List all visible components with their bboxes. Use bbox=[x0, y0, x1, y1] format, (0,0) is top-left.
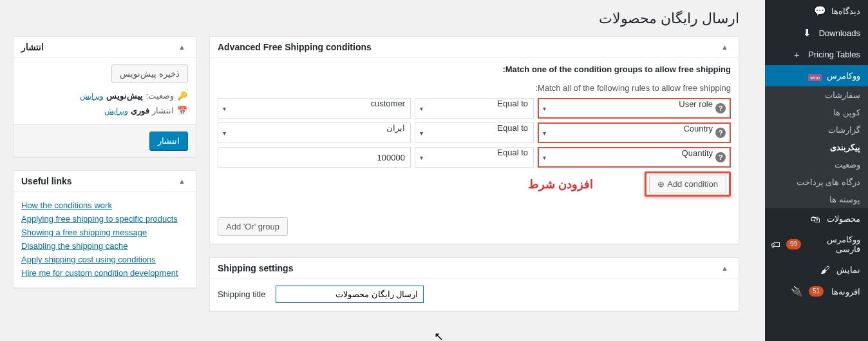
submenu-orders[interactable]: سفارشات bbox=[765, 86, 868, 104]
shipping-title-input[interactable] bbox=[276, 286, 424, 303]
condition-operator-select[interactable]: Equal to bbox=[415, 122, 534, 143]
page-title: ارسال رایگان محصولات bbox=[13, 10, 739, 27]
menu-label: ووکامرس فارسی bbox=[809, 235, 860, 254]
conditions-subtitle: Match one of the condition groups to all… bbox=[218, 64, 731, 74]
edit-status-link[interactable]: ویرایش bbox=[80, 92, 104, 101]
add-condition-button[interactable]: Add condition⊕ bbox=[649, 175, 726, 193]
help-icon[interactable]: ? bbox=[715, 152, 726, 162]
submenu-reports[interactable]: گزارشات bbox=[765, 121, 868, 139]
menu-downloads[interactable]: Downloads⬇ bbox=[765, 22, 868, 44]
menu-woo-fa[interactable]: ووکامرس فارسی99🏷 bbox=[765, 229, 868, 259]
menu-label: محصولات bbox=[827, 214, 860, 224]
add-condition-highlight: Add condition⊕ bbox=[645, 171, 731, 197]
menu-label: ووکامرس bbox=[827, 71, 860, 81]
menu-label: دیدگاه‌ها bbox=[831, 6, 860, 16]
postbox-title: Useful links bbox=[21, 176, 72, 186]
condition-row: ?Quantity Equal to bbox=[218, 147, 731, 168]
woocommerce-icon: woo bbox=[809, 70, 822, 81]
postbox-handle[interactable]: ▲ Advanced Free Shipping conditions bbox=[210, 37, 739, 58]
menu-label: نمایش bbox=[836, 265, 860, 275]
menu-label: Downloads bbox=[819, 28, 860, 38]
useful-links-list: How the conditions work Applying free sh… bbox=[21, 199, 188, 280]
postbox-handle[interactable]: ▲ Shipping settings bbox=[210, 258, 739, 279]
key-icon: 🔑 bbox=[176, 91, 188, 101]
submenu-themes[interactable]: پوسته ها bbox=[765, 191, 868, 208]
menu-label: افزونه‌ها bbox=[831, 287, 860, 297]
tag-icon: 🏷 bbox=[770, 239, 781, 250]
condition-value-select[interactable]: ایران bbox=[218, 122, 411, 143]
useful-link[interactable]: Applying free shipping to specific produ… bbox=[21, 214, 178, 224]
update-badge: 51 bbox=[809, 286, 824, 297]
useful-link[interactable]: Disabling the shipping cache bbox=[21, 241, 128, 251]
update-badge: 99 bbox=[786, 239, 801, 249]
toggle-icon[interactable]: ▲ bbox=[176, 177, 188, 185]
condition-row: ?Country Equal to ایران bbox=[218, 122, 731, 143]
plus-circle-icon: ⊕ bbox=[657, 179, 665, 189]
postbox-handle[interactable]: ▲ انتشار bbox=[14, 37, 196, 58]
postbox-title: Shipping settings bbox=[218, 263, 293, 273]
download-icon: ⬇ bbox=[801, 27, 814, 39]
toggle-icon[interactable]: ▲ bbox=[719, 264, 731, 272]
plug-icon: 🔌 bbox=[791, 286, 804, 297]
useful-link[interactable]: Hire me for custom condition development bbox=[21, 268, 178, 278]
group-description: Match all of the following rules to allo… bbox=[218, 83, 731, 93]
conditions-postbox: ▲ Advanced Free Shipping conditions Matc… bbox=[209, 36, 739, 244]
calendar-icon: 📅 bbox=[176, 106, 188, 115]
useful-links-postbox: ▲ Useful links How the conditions work A… bbox=[13, 170, 196, 288]
help-icon[interactable]: ? bbox=[715, 103, 726, 113]
postbox-title: انتشار bbox=[21, 42, 44, 52]
toggle-icon[interactable]: ▲ bbox=[176, 43, 188, 51]
shipping-settings-postbox: ▲ Shipping settings Shipping title bbox=[209, 257, 739, 311]
condition-field-select[interactable]: ?Country bbox=[538, 122, 731, 143]
admin-sidebar: دیدگاه‌ها💬 Downloads⬇ Pricing Tables+ وو… bbox=[765, 0, 868, 331]
useful-link[interactable]: Apply shipping cost using conditions bbox=[21, 255, 156, 264]
visibility-line: 📅 انتشار فوری ویرایش bbox=[21, 103, 188, 118]
woocommerce-submenu: سفارشات کوپن ها گزارشات پیکربندی وضعیت د… bbox=[765, 86, 868, 208]
shipping-title-label: Shipping title bbox=[218, 289, 265, 299]
status-line: 🔑 وضعیت: پیش‌نویس ویرایش bbox=[21, 88, 188, 103]
menu-comments[interactable]: دیدگاه‌ها💬 bbox=[765, 0, 868, 22]
publish-button[interactable]: انتشار bbox=[149, 132, 188, 150]
useful-link[interactable]: Showing a free shipping message bbox=[21, 228, 147, 237]
postbox-title: Advanced Free Shipping conditions bbox=[218, 42, 372, 52]
condition-field-select[interactable]: ?Quantity bbox=[538, 147, 731, 168]
condition-operator-select[interactable]: Equal to bbox=[415, 147, 534, 168]
condition-field-select[interactable]: ?User role bbox=[538, 98, 731, 119]
menu-appearance[interactable]: نمایش🖌 bbox=[765, 259, 868, 280]
submenu-status[interactable]: وضعیت bbox=[765, 156, 868, 173]
condition-value-select[interactable]: customer bbox=[218, 98, 411, 119]
submenu-settings[interactable]: پیکربندی bbox=[765, 139, 868, 156]
menu-label: Pricing Tables bbox=[808, 50, 860, 59]
cursor-icon: ↖ bbox=[434, 329, 444, 331]
useful-link[interactable]: How the conditions work bbox=[21, 200, 112, 210]
menu-pricing-tables[interactable]: Pricing Tables+ bbox=[765, 44, 868, 65]
add-or-group-button[interactable]: Add 'Or' group bbox=[218, 217, 288, 236]
submenu-gateways[interactable]: درگاه های پرداخت bbox=[765, 173, 868, 191]
menu-woocommerce[interactable]: ووکامرسwoo سفارشات کوپن ها گزارشات پیکرب… bbox=[765, 65, 868, 208]
help-icon[interactable]: ? bbox=[715, 128, 726, 138]
publish-postbox: ▲ انتشار ذخیره پیش‌نویس 🔑 وضعیت: پیش‌نوی… bbox=[13, 36, 196, 157]
brush-icon: 🖌 bbox=[818, 264, 831, 275]
condition-operator-select[interactable]: Equal to bbox=[415, 98, 534, 119]
edit-visibility-link[interactable]: ویرایش bbox=[104, 106, 128, 115]
condition-row: ?User role Equal to customer bbox=[218, 98, 731, 119]
toggle-icon[interactable]: ▲ bbox=[719, 43, 731, 51]
menu-products[interactable]: محصولات🛍 bbox=[765, 208, 868, 229]
menu-plugins[interactable]: افزونه‌ها51🔌 bbox=[765, 280, 868, 302]
comments-icon: 💬 bbox=[813, 5, 826, 17]
save-draft-button[interactable]: ذخیره پیش‌نویس bbox=[111, 64, 188, 83]
products-icon: 🛍 bbox=[809, 213, 822, 224]
plus-icon: + bbox=[790, 49, 803, 60]
annotation-text: افزودن شرط bbox=[528, 177, 593, 191]
submenu-coupons[interactable]: کوپن ها bbox=[765, 104, 868, 121]
condition-value-input[interactable] bbox=[218, 147, 411, 168]
postbox-handle[interactable]: ▲ Useful links bbox=[14, 171, 196, 192]
